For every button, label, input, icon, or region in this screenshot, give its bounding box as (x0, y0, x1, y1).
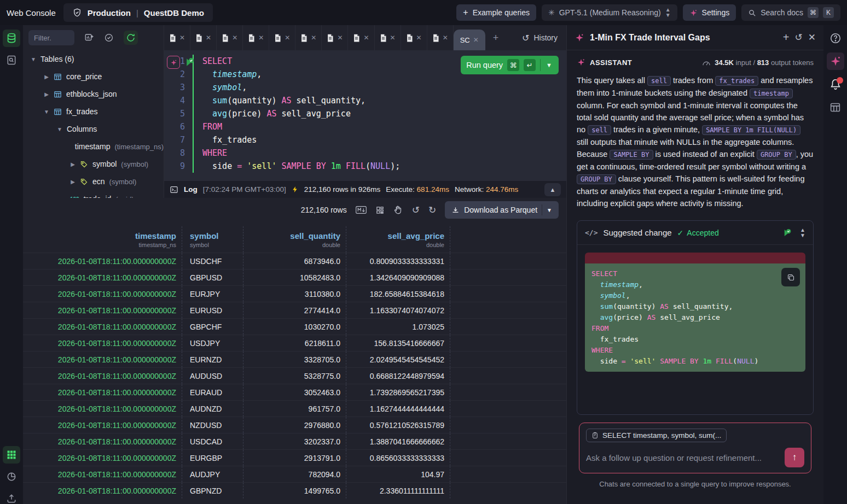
table-row[interactable]: 2026-01-08T18:11:00.000000000ZUSDCHF6873… (23, 253, 566, 269)
download-options-chevron-icon[interactable]: ▼ (547, 207, 552, 213)
editor-tab[interactable]: ✕ (164, 25, 190, 50)
new-tab-button[interactable]: + (485, 32, 507, 44)
tables-panel-icon[interactable] (3, 30, 20, 47)
close-tab-icon[interactable]: ✕ (416, 34, 422, 42)
chart-view-icon[interactable] (3, 468, 20, 485)
table-row[interactable]: 2026-01-08T18:11:00.000000000ZAUDUSD5328… (23, 367, 566, 384)
followup-input-box[interactable]: SELECT timestamp, symbol, sum(... Ask a … (579, 423, 811, 473)
tree-table-ethblocks-json[interactable]: ▶ ethblocks_json (23, 85, 164, 103)
tree-table-fx-trades[interactable]: ▼ fx_trades (23, 103, 164, 120)
assistant-rail-icon[interactable] (827, 52, 844, 70)
markdown-export-icon[interactable] (356, 206, 367, 214)
check-circle-icon[interactable] (104, 33, 114, 43)
close-tab-icon[interactable]: ✕ (363, 34, 369, 42)
editor-tab[interactable]: ✕ (427, 25, 454, 50)
close-tab-icon[interactable]: ✕ (285, 34, 290, 42)
add-table-icon[interactable] (84, 33, 94, 43)
editor-tab[interactable]: ✕ (401, 25, 427, 50)
ai-sparkle-icon[interactable] (167, 56, 180, 69)
table-row[interactable]: 2026-01-08T18:11:00.000000000ZUSDJPY6218… (23, 335, 566, 351)
close-tab-icon[interactable]: ✕ (179, 34, 185, 42)
close-tab-icon[interactable]: ✕ (258, 34, 264, 42)
settings-button[interactable]: Settings (683, 4, 736, 21)
send-button[interactable]: ↑ (785, 448, 804, 467)
run-options-chevron-icon[interactable]: ▼ (545, 62, 553, 68)
notifications-bell-icon[interactable] (827, 75, 844, 93)
code-line: symbol, (591, 290, 799, 301)
column-header-sell-avg-price[interactable]: sell_avg_price double (346, 226, 450, 253)
query-success-marker-icon[interactable] (184, 57, 195, 68)
tree-column-ecn[interactable]: ▶ ecn (symbol) (23, 173, 164, 190)
grid-view-icon[interactable] (3, 446, 20, 464)
table-row[interactable]: 2026-01-08T18:11:00.000000000ZGBPCHF1030… (23, 318, 566, 335)
instance-badge[interactable]: Production | QuestDB Demo (63, 3, 213, 22)
table-panel-icon[interactable] (827, 98, 844, 116)
editor-tab[interactable]: ✕ (217, 25, 243, 50)
editor-tab[interactable]: ✕ (269, 25, 295, 50)
instance-name: QuestDB Demo (144, 8, 204, 17)
search-docs-button[interactable]: Search docs ⌘ K (741, 4, 840, 21)
table-row[interactable]: 2026-01-08T18:11:00.000000000ZEURJPY3110… (23, 285, 566, 302)
layout-grid-icon[interactable] (375, 206, 385, 215)
tree-table-core-price[interactable]: ▶ core_price (23, 68, 164, 85)
table-row[interactable]: 2026-01-08T18:11:00.000000000ZEURNZD3328… (23, 351, 566, 367)
close-tab-icon[interactable]: ✕ (390, 34, 396, 42)
table-row[interactable]: 2026-01-08T18:11:00.000000000ZEURGBP2913… (23, 449, 566, 466)
tree-column-trade-id[interactable]: 123 trade_id (uuid) (23, 190, 164, 198)
model-selector[interactable]: ✳ GPT-5.1 (Medium Reasoning) ▲▼ (542, 4, 677, 21)
editor-tab[interactable]: ✕ (348, 25, 374, 50)
tree-columns-folder[interactable]: ▼ Columns (23, 120, 164, 138)
editor-tab[interactable]: ✕ (190, 25, 217, 50)
download-parquet-button[interactable]: Download as Parquet ▼ (445, 201, 559, 219)
column-header-timestamp[interactable]: timestamp timestamp_ns (23, 226, 182, 253)
table-row[interactable]: 2026-01-08T18:11:00.000000000ZEURAUD3052… (23, 384, 566, 400)
chat-history-icon[interactable]: ↺ (795, 32, 803, 43)
sql-editor[interactable]: 1SELECT2 timestamp,3 symbol,4 sum(quanti… (164, 50, 566, 180)
pan-hand-icon[interactable] (393, 205, 403, 215)
close-tab-icon[interactable]: ✕ (337, 34, 343, 42)
editor-tab[interactable]: ✕ (322, 25, 348, 50)
query-log-icon[interactable] (3, 51, 20, 69)
applied-branch-icon[interactable] (782, 228, 792, 238)
tree-column-symbol[interactable]: ▶ symbol (symbol) (23, 155, 164, 173)
editor-tab[interactable]: ✕ (243, 25, 269, 50)
accepted-status: Accepted (687, 228, 718, 237)
expand-collapse-icon[interactable]: ▲▼ (800, 227, 805, 238)
help-icon[interactable] (827, 30, 844, 47)
new-chat-icon[interactable]: + (783, 31, 790, 44)
query-context-chip[interactable]: SELECT timestamp, symbol, sum(... (586, 429, 727, 442)
active-editor-tab[interactable]: SC ✕ (454, 30, 485, 50)
chevron-down-icon: ▼ (44, 109, 49, 115)
table-row[interactable]: 2026-01-08T18:11:00.000000000ZEURUSD2774… (23, 302, 566, 318)
close-tab-icon[interactable]: ✕ (232, 34, 237, 42)
cell-symbol: AUDUSD (182, 368, 243, 384)
tree-column-timestamp[interactable]: timestamp (timestamp_ns) (23, 138, 164, 155)
restore-history-icon[interactable]: ↺ (412, 204, 420, 216)
example-queries-button[interactable]: + Example queries (456, 4, 536, 21)
refresh-tables-icon[interactable] (124, 31, 138, 45)
column-header-symbol[interactable]: symbol symbol (182, 226, 243, 253)
editor-tab[interactable]: ✕ (375, 25, 401, 50)
close-tab-icon[interactable]: ✕ (443, 34, 448, 42)
editor-tab[interactable]: ✕ (295, 25, 322, 50)
column-header-sell-quantity[interactable]: sell_quantity double (243, 226, 346, 253)
collapse-log-button[interactable]: ▲ (544, 183, 561, 196)
close-tab-icon[interactable]: ✕ (311, 34, 316, 42)
refresh-results-icon[interactable]: ↻ (428, 204, 436, 216)
table-row[interactable]: 2026-01-08T18:11:00.000000000ZAUDNZD9617… (23, 400, 566, 417)
table-row[interactable]: 2026-01-08T18:11:00.000000000ZAUDJPY7820… (23, 466, 566, 482)
table-row[interactable]: 2026-01-08T18:11:00.000000000ZUSDCAD3202… (23, 433, 566, 449)
table-row[interactable]: 2026-01-08T18:11:00.000000000ZNZDUSD2976… (23, 417, 566, 433)
table-row[interactable]: 2026-01-08T18:11:00.000000000ZGBPUSD1058… (23, 269, 566, 285)
import-icon[interactable] (3, 490, 20, 504)
run-query-button[interactable]: Run query ⌘ ↵ ▼ (461, 56, 559, 74)
close-panel-icon[interactable]: ✕ (808, 32, 816, 43)
close-tab-icon[interactable]: ✕ (473, 36, 479, 44)
filter-input[interactable] (28, 30, 74, 45)
tree-root-tables[interactable]: ▼ Tables (6) (23, 50, 164, 68)
followup-placeholder[interactable]: Ask a follow up question or request refi… (586, 453, 785, 462)
copy-code-icon[interactable] (781, 268, 800, 286)
table-row[interactable]: 2026-01-08T18:11:00.000000000ZGBPNZD1499… (23, 482, 566, 499)
close-tab-icon[interactable]: ✕ (206, 34, 211, 42)
history-button[interactable]: ↺ History (513, 33, 566, 43)
